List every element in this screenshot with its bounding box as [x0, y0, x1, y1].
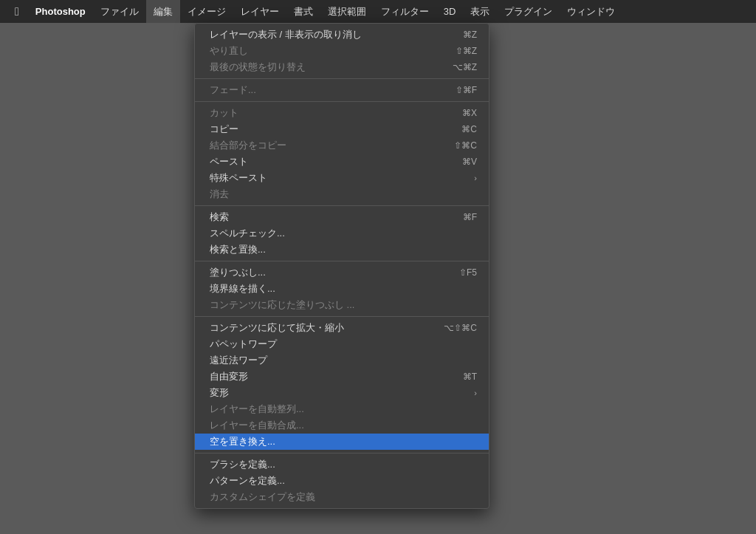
separator-2 — [195, 101, 489, 102]
menu-section-5: 塗りつぶし... ⇧F5 境界線を描く... コンテンツに応じた塗りつぶし ..… — [195, 264, 489, 313]
menu-item-paste-special[interactable]: 特殊ペースト › — [195, 170, 489, 186]
menubar:  Photoshop ファイル 編集 イメージ レイヤー 書式 選択範囲 フィ… — [0, 0, 756, 23]
menu-item-stroke[interactable]: 境界線を描く... — [195, 281, 489, 297]
menu-layer[interactable]: レイヤー — [233, 0, 286, 23]
menu-item-auto-blend-layers[interactable]: レイヤーを自動合成... — [195, 417, 489, 434]
menu-item-clear[interactable]: 消去 — [195, 186, 489, 202]
menu-item-copy-merged[interactable]: 結合部分をコピー ⇧⌘C — [195, 137, 489, 154]
menu-item-transform[interactable]: 変形 › — [195, 385, 489, 401]
menu-item-define-brush[interactable]: ブラシを定義... — [195, 456, 489, 473]
menu-file[interactable]: ファイル — [93, 0, 146, 23]
menu-item-redo[interactable]: やり直し ⇧⌘Z — [195, 43, 489, 59]
menu-item-cut[interactable]: カット ⌘X — [195, 105, 489, 121]
edit-dropdown-menu: レイヤーの表示 / 非表示の取り消し ⌘Z やり直し ⇧⌘Z 最後の状態を切り替… — [194, 23, 489, 509]
menu-item-content-aware-fill[interactable]: コンテンツに応じた塗りつぶし ... — [195, 297, 489, 313]
menu-section-4: 検索 ⌘F スペルチェック... 検索と置換... — [195, 209, 489, 258]
menu-item-perspective-warp[interactable]: 遠近法ワープ — [195, 352, 489, 369]
separator-6 — [195, 453, 489, 453]
menu-select[interactable]: 選択範囲 — [320, 0, 374, 23]
menu-item-search[interactable]: 検索 ⌘F — [195, 209, 489, 225]
menu-item-find-replace[interactable]: 検索と置換... — [195, 242, 489, 258]
menu-type[interactable]: 書式 — [286, 0, 320, 23]
menu-window[interactable]: ウィンドウ — [560, 0, 622, 23]
menu-item-toggle-layer-visibility[interactable]: レイヤーの表示 / 非表示の取り消し ⌘Z — [195, 27, 489, 43]
menu-section-6: コンテンツに応じて拡大・縮小 ⌥⇧⌘C パペットワープ 遠近法ワープ 自由変形 … — [195, 320, 489, 450]
menu-item-fade[interactable]: フェード... ⇧⌘F — [195, 82, 489, 98]
menu-item-puppet-warp[interactable]: パペットワープ — [195, 336, 489, 352]
menu-section-1: レイヤーの表示 / 非表示の取り消し ⌘Z やり直し ⇧⌘Z 最後の状態を切り替… — [195, 27, 489, 75]
menu-edit[interactable]: 編集 — [146, 0, 180, 23]
separator-5 — [195, 316, 489, 317]
menu-filter[interactable]: フィルター — [374, 0, 436, 23]
menu-plugins[interactable]: プラグイン — [497, 0, 560, 23]
separator-4 — [195, 261, 489, 261]
menu-section-7: ブラシを定義... パターンを定義... カスタムシェイプを定義 — [195, 456, 489, 505]
menu-item-sky-replacement[interactable]: 空を置き換え... — [195, 434, 489, 450]
apple-menu[interactable]:  — [6, 0, 28, 23]
menu-item-define-custom-shape[interactable]: カスタムシェイプを定義 — [195, 489, 489, 505]
menu-item-auto-align-layers[interactable]: レイヤーを自動整列... — [195, 401, 489, 417]
menu-item-fill[interactable]: 塗りつぶし... ⇧F5 — [195, 264, 489, 281]
menu-view[interactable]: 表示 — [463, 0, 497, 23]
app-name: Photoshop — [28, 0, 93, 23]
menu-item-spellcheck[interactable]: スペルチェック... — [195, 225, 489, 242]
separator-3 — [195, 205, 489, 206]
menu-section-3: カット ⌘X コピー ⌘C 結合部分をコピー ⇧⌘C ペースト ⌘V 特殊ペース… — [195, 105, 489, 202]
menu-item-copy[interactable]: コピー ⌘C — [195, 121, 489, 137]
menu-image[interactable]: イメージ — [180, 0, 233, 23]
menu-item-free-transform[interactable]: 自由変形 ⌘T — [195, 369, 489, 385]
menu-item-paste[interactable]: ペースト ⌘V — [195, 154, 489, 170]
menu-item-define-pattern[interactable]: パターンを定義... — [195, 473, 489, 489]
menu-3d[interactable]: 3D — [436, 0, 464, 23]
menu-item-content-aware-scale[interactable]: コンテンツに応じて拡大・縮小 ⌥⇧⌘C — [195, 320, 489, 336]
menu-section-2: フェード... ⇧⌘F — [195, 82, 489, 98]
separator-1 — [195, 78, 489, 79]
menu-item-toggle-last-state[interactable]: 最後の状態を切り替え ⌥⌘Z — [195, 59, 489, 75]
